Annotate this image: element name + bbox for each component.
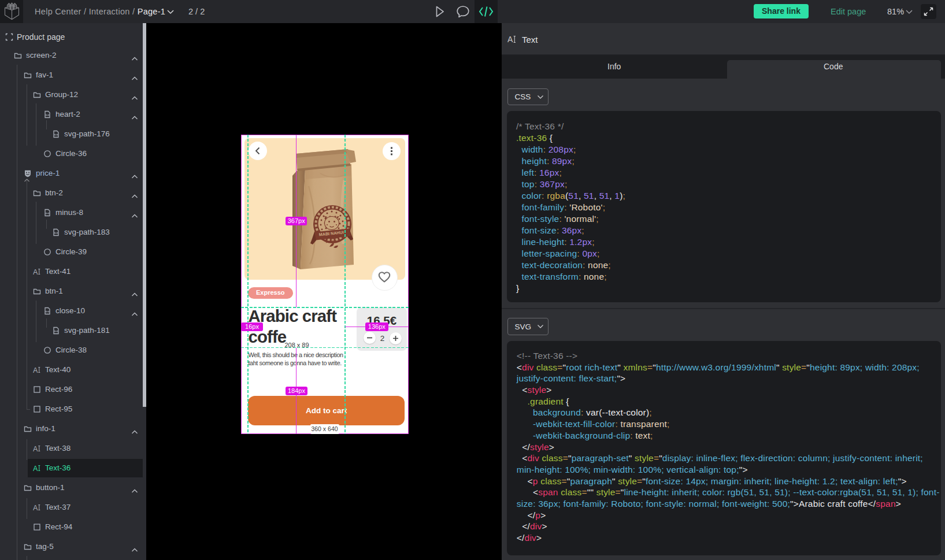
svg-text:A: A <box>33 366 38 374</box>
svg-text:A: A <box>507 35 513 44</box>
svg-text:A: A <box>33 465 38 473</box>
svg-text:A: A <box>33 504 38 512</box>
svg-text:A: A <box>33 445 38 453</box>
svg-text:A: A <box>33 268 38 276</box>
